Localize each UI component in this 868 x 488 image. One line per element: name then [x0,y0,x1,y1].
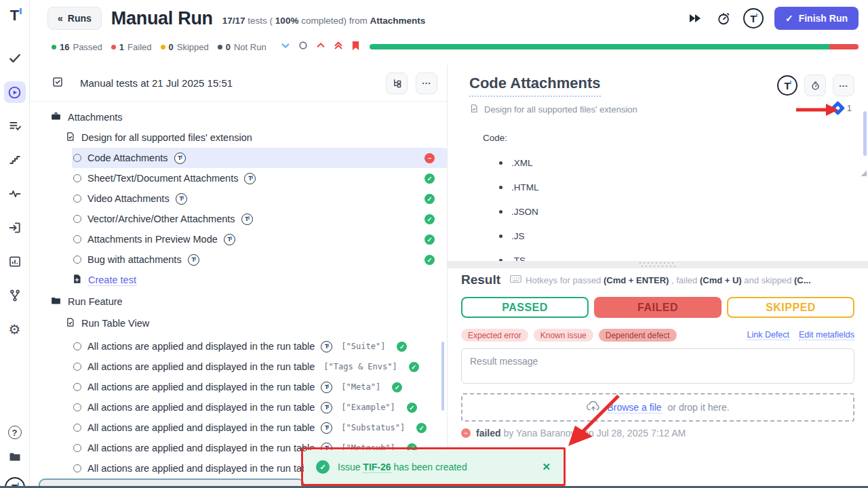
drag-dots-icon [639,262,676,267]
result-message-input[interactable] [461,348,854,384]
chevrons-up-icon[interactable] [334,41,343,53]
test-row-vector-attachments[interactable]: Vector/Archive/Other Attachments T ✓ [30,209,447,229]
bullet-item: .JS [499,231,854,241]
passed-status-icon: ✓ [416,423,427,433]
back-to-runs-button[interactable]: «Runs [47,7,102,30]
tag-dependent-defect[interactable]: Dependent defect [599,329,677,342]
test-title[interactable]: Code Attachments [469,75,601,97]
create-test-row[interactable]: Create test [30,270,447,290]
test-tree-panel: Manual tests at 21 Jul 2025 15:51 ··· At… [30,65,448,488]
bullet-item: .XML [499,158,854,168]
keyboard-icon [510,274,521,285]
test-row-preview-mode[interactable]: Attachments in Preview Mode T ✓ [30,229,447,249]
nav-branches-icon[interactable] [4,285,26,306]
link-defect-link[interactable]: Link Defect [747,330,789,340]
assignee-avatar[interactable]: T [777,75,797,96]
textarea-resize-handle[interactable] [861,170,867,176]
test-row-sheet-attachments[interactable]: Sheet/Text/Document Attachments T ✓ [30,168,447,188]
bookmark-icon[interactable] [351,41,360,54]
cloud-upload-icon [586,401,601,414]
radio-icon [73,174,81,182]
test-row-run-table-5[interactable]: All actions are applied and displayed in… [30,418,447,438]
radio-icon [73,363,81,371]
browse-file-link[interactable]: Browse a file [607,402,661,413]
test-row-run-table-3[interactable]: All actions are applied and displayed in… [30,377,447,397]
chevron-up-icon[interactable] [316,41,326,53]
radio-icon [73,424,81,432]
test-row-video-attachments[interactable]: Video Attachments T ✓ [30,188,447,209]
passed-status-icon: ✓ [409,362,419,372]
skipped-button[interactable]: SKIPPED [727,297,854,318]
help-icon[interactable]: ? [8,426,22,439]
detail-scrollbar[interactable] [863,111,867,156]
notrun-counter: 0Not Run [218,42,267,52]
toast-close-icon[interactable]: ✕ [542,461,551,473]
defect-diamond-icon [831,101,845,115]
test-timer-button[interactable] [804,75,826,96]
chevron-down-icon[interactable] [281,41,290,53]
passed-status-icon: ✓ [425,214,435,224]
suite-row-attachments[interactable]: Attachments [30,107,447,127]
nav-steps-icon[interactable] [4,149,26,171]
test-row-bug-attachments[interactable]: Bug with attachments T ✓ [30,249,447,270]
author-avatar-icon: T [244,173,256,184]
author-avatar-icon: T [321,422,332,434]
defect-count: 1 [847,103,852,113]
nav-settings-gear-icon[interactable]: ⚙ [4,319,26,340]
tree-scrollbar[interactable] [441,342,444,411]
nav-tests-icon[interactable] [4,47,26,69]
author-avatar-icon: T [321,402,332,413]
test-more-button[interactable]: ··· [833,75,854,96]
nav-pulse-icon[interactable] [4,183,26,205]
page-title: Manual Run [111,8,213,29]
folder-row-design[interactable]: Design for all supported files' extensio… [30,127,447,148]
nav-import-icon[interactable] [4,217,26,239]
test-row-run-table-4[interactable]: All actions are applied and displayed in… [30,397,447,418]
finish-run-button[interactable]: ✓Finish Run [774,7,859,30]
circle-priority-icon[interactable] [298,41,308,53]
test-tag: ["Substatus"] [341,423,405,432]
bullet-item: .JSON [499,207,854,217]
timer-icon[interactable] [715,9,732,27]
tree-more-button[interactable]: ··· [416,73,437,94]
nav-plans-icon[interactable] [4,115,26,137]
panel-resize-handle[interactable] [448,261,868,268]
checklist-icon [52,76,64,91]
radio-icon [73,403,81,411]
doc-icon [469,104,479,115]
doc-check-icon [65,131,75,144]
last-result-line: − failed by Yana Baranova on Jul 28, 202… [461,428,854,439]
folder-row-run-table-view[interactable]: Run Table View [30,313,447,333]
nav-runs-icon[interactable] [4,81,26,103]
test-tag: ["Example"] [341,403,395,412]
tree-view-toggle-button[interactable] [386,73,408,94]
radio-icon [73,256,81,264]
description-label: Code: [483,133,854,143]
file-drop-area[interactable]: Browse a file or drop it here. [461,393,854,422]
user-avatar[interactable]: T [743,8,764,28]
tag-known-issue[interactable]: Known issue [534,329,593,342]
result-heading: Result [461,272,500,287]
test-row-run-table-2[interactable]: All actions are applied and displayed in… [30,357,447,377]
breadcrumb[interactable]: Design for all supported files' extensio… [469,104,854,115]
passed-button[interactable]: PASSED [461,297,589,318]
suite-row-run-feature[interactable]: Run Feature [30,291,447,312]
linked-defect-chip[interactable]: 1 [833,103,852,113]
radio-icon [73,154,81,162]
radio-icon [73,215,81,223]
failed-button[interactable]: FAILED [594,297,722,318]
radio-icon [73,444,81,452]
fast-forward-icon[interactable] [686,9,704,27]
radio-icon [73,235,81,243]
failed-status-icon: − [425,153,435,163]
test-row-code-attachments[interactable]: Code Attachments T − [72,148,447,168]
test-detail-panel: Code Attachments T ··· Design for all su… [448,65,868,488]
tag-expected-error[interactable]: Expected error [461,329,528,342]
projects-folder-icon[interactable] [8,450,22,466]
issue-created-toast: ✓ Issue TIF-26 has been created ✕ [304,450,563,484]
description-bullet-list: .XML .HTML .JSON .JS .TS [499,158,854,266]
edit-metafields-link[interactable]: Edit metafields [799,330,854,340]
nav-analytics-icon[interactable] [4,251,26,272]
issue-id-link[interactable]: TIF-26 [363,462,391,473]
test-row-run-table-1[interactable]: All actions are applied and displayed in… [30,336,447,357]
